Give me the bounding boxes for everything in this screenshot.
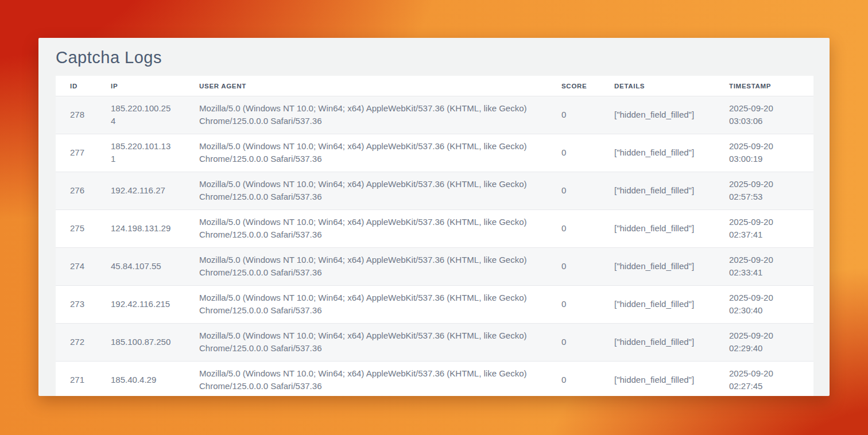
table-row: 273 192.42.116.215 Mozilla/5.0 (Windows … xyxy=(56,286,813,324)
cell-details: ["hidden_field_filled"] xyxy=(600,96,715,134)
cell-user-agent: Mozilla/5.0 (Windows NT 10.0; Win64; x64… xyxy=(185,210,547,248)
column-header-id: ID xyxy=(56,76,96,96)
cell-timestamp: 2025-09-20 02:37:41 xyxy=(715,210,813,248)
cell-score: 0 xyxy=(547,324,600,362)
column-header-details: DETAILS xyxy=(600,76,715,96)
cell-score: 0 xyxy=(547,96,600,134)
table-row: 271 185.40.4.29 Mozilla/5.0 (Windows NT … xyxy=(56,362,813,397)
cell-id: 276 xyxy=(56,172,96,210)
table-header: ID IP USER AGENT SCORE DETAILS TIMESTAMP xyxy=(56,76,813,96)
table-row: 278 185.220.100.254 Mozilla/5.0 (Windows… xyxy=(56,96,813,134)
cell-details: ["hidden_field_filled"] xyxy=(600,286,715,324)
cell-score: 0 xyxy=(547,172,600,210)
cell-ip: 45.84.107.55 xyxy=(96,248,185,286)
table-row: 275 124.198.131.29 Mozilla/5.0 (Windows … xyxy=(56,210,813,248)
captcha-logs-table: ID IP USER AGENT SCORE DETAILS TIMESTAMP… xyxy=(56,76,813,396)
table-row: 277 185.220.101.131 Mozilla/5.0 (Windows… xyxy=(56,134,813,172)
cell-details: ["hidden_field_filled"] xyxy=(600,362,715,397)
cell-timestamp: 2025-09-20 02:27:45 xyxy=(715,362,813,397)
page-title: Captcha Logs xyxy=(56,46,812,68)
cell-ip: 185.220.101.131 xyxy=(96,134,185,172)
cell-score: 0 xyxy=(547,362,600,397)
cell-id: 277 xyxy=(56,134,96,172)
column-header-timestamp: TIMESTAMP xyxy=(715,76,813,96)
cell-details: ["hidden_field_filled"] xyxy=(600,210,715,248)
table-row: 272 185.100.87.250 Mozilla/5.0 (Windows … xyxy=(56,324,813,362)
column-header-score: SCORE xyxy=(547,76,600,96)
cell-id: 273 xyxy=(56,286,96,324)
cell-timestamp: 2025-09-20 02:29:40 xyxy=(715,324,813,362)
cell-user-agent: Mozilla/5.0 (Windows NT 10.0; Win64; x64… xyxy=(185,96,547,134)
page-background: { "page": { "title": "Captcha Logs" }, "… xyxy=(0,0,868,435)
table-row: 276 192.42.116.27 Mozilla/5.0 (Windows N… xyxy=(56,172,813,210)
cell-user-agent: Mozilla/5.0 (Windows NT 10.0; Win64; x64… xyxy=(185,286,547,324)
cell-score: 0 xyxy=(547,134,600,172)
cell-timestamp: 2025-09-20 03:03:06 xyxy=(715,96,813,134)
cell-timestamp: 2025-09-20 03:00:19 xyxy=(715,134,813,172)
cell-ip: 185.40.4.29 xyxy=(96,362,185,397)
cell-ip: 192.42.116.27 xyxy=(96,172,185,210)
cell-user-agent: Mozilla/5.0 (Windows NT 10.0; Win64; x64… xyxy=(185,134,547,172)
cell-id: 274 xyxy=(56,248,96,286)
cell-user-agent: Mozilla/5.0 (Windows NT 10.0; Win64; x64… xyxy=(185,248,547,286)
cell-timestamp: 2025-09-20 02:33:41 xyxy=(715,248,813,286)
table-row: 274 45.84.107.55 Mozilla/5.0 (Windows NT… xyxy=(56,248,813,286)
cell-details: ["hidden_field_filled"] xyxy=(600,172,715,210)
cell-timestamp: 2025-09-20 02:57:53 xyxy=(715,172,813,210)
cell-ip: 192.42.116.215 xyxy=(96,286,185,324)
cell-details: ["hidden_field_filled"] xyxy=(600,324,715,362)
cell-user-agent: Mozilla/5.0 (Windows NT 10.0; Win64; x64… xyxy=(185,362,547,397)
cell-ip: 124.198.131.29 xyxy=(96,210,185,248)
captcha-logs-card: Captcha Logs ID IP USER AGENT SCORE DETA… xyxy=(38,38,830,396)
cell-user-agent: Mozilla/5.0 (Windows NT 10.0; Win64; x64… xyxy=(185,324,547,362)
cell-id: 275 xyxy=(56,210,96,248)
cell-score: 0 xyxy=(547,286,600,324)
table-header-row: ID IP USER AGENT SCORE DETAILS TIMESTAMP xyxy=(56,76,813,96)
column-header-ip: IP xyxy=(96,76,185,96)
cell-ip: 185.220.100.254 xyxy=(96,96,185,134)
cell-id: 278 xyxy=(56,96,96,134)
cell-timestamp: 2025-09-20 02:30:40 xyxy=(715,286,813,324)
cell-id: 271 xyxy=(56,362,96,397)
cell-ip: 185.100.87.250 xyxy=(96,324,185,362)
cell-score: 0 xyxy=(547,248,600,286)
cell-details: ["hidden_field_filled"] xyxy=(600,134,715,172)
column-header-user-agent: USER AGENT xyxy=(185,76,547,96)
cell-user-agent: Mozilla/5.0 (Windows NT 10.0; Win64; x64… xyxy=(185,172,547,210)
cell-score: 0 xyxy=(547,210,600,248)
table-body: 278 185.220.100.254 Mozilla/5.0 (Windows… xyxy=(56,96,813,397)
cell-details: ["hidden_field_filled"] xyxy=(600,248,715,286)
cell-id: 272 xyxy=(56,324,96,362)
